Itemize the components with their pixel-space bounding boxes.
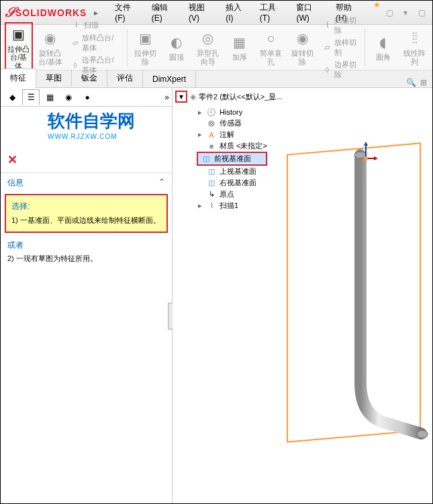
qat-open-icon[interactable]: ▾ xyxy=(399,6,413,19)
extrude-boss-button[interactable]: ▣ 拉伸凸台/基体 xyxy=(5,22,33,72)
tree-material[interactable]: ≡材质 <未指定> xyxy=(197,140,267,152)
solidworks-icon: 𝒮 xyxy=(5,5,14,20)
panel-tab-5[interactable]: ● xyxy=(79,89,96,105)
linear-pattern-button[interactable]: ⦙⦙ 线性阵列 xyxy=(401,28,428,66)
sweep-cut-icon: ⌇ xyxy=(323,20,332,31)
titlebar: 𝒮 SOLIDWORKS ▸ 文件(F) 编辑(E) 视图(V) 插入(I) 工… xyxy=(1,1,432,25)
menu-tools[interactable]: 工具(T) xyxy=(257,0,289,25)
alt-text: 2) 一现有草图为特征所用。 xyxy=(7,254,165,264)
boundary-cut-icon: ◊ xyxy=(323,64,332,75)
loft-button[interactable]: ▱放样凸台/基体 xyxy=(68,32,122,54)
panel-tabs: ◆ ☰ ▦ ◉ ● » xyxy=(1,88,172,107)
svg-marker-5 xyxy=(374,156,378,160)
plane-icon: ◫ xyxy=(201,154,211,164)
fillet-button[interactable]: ◐ 圆顶 xyxy=(163,32,191,62)
info-header[interactable]: 信息 ⌃ xyxy=(1,172,172,193)
panel-tab-4[interactable]: ◉ xyxy=(60,89,77,105)
close-button[interactable]: ✕ xyxy=(1,147,172,172)
separator xyxy=(127,29,128,66)
pipe-model[interactable] xyxy=(273,128,433,450)
svg-point-6 xyxy=(364,156,368,160)
menu-edit[interactable]: 编辑(E) xyxy=(149,0,181,25)
part-icon: ◈ xyxy=(190,92,196,101)
qat-more-icon[interactable]: ▢ xyxy=(415,6,428,19)
star-icon[interactable]: ★ xyxy=(373,0,381,25)
cut-extrude-button[interactable]: ▣ 拉伸切除 xyxy=(132,28,159,66)
expand-icon[interactable]: ⊞ xyxy=(420,78,427,87)
pattern-icon: ⦙⦙ xyxy=(405,29,424,48)
revolve-icon: ◉ xyxy=(41,29,60,48)
viewport-toolbar: ▾ ◈ 零件2 (默认<<默认>_显... xyxy=(175,91,282,103)
panel-tab-2[interactable]: ☰ xyxy=(22,89,40,105)
simple-hole-icon: ○ xyxy=(262,29,281,48)
tree-origin[interactable]: ↳原点 xyxy=(197,189,267,200)
panel-tab-3[interactable]: ▦ xyxy=(41,89,58,105)
plane-icon: ◫ xyxy=(206,167,217,177)
menu-insert[interactable]: 插入(I) xyxy=(223,0,252,25)
separator xyxy=(365,29,365,66)
tree-annotations[interactable]: ▸A注解 xyxy=(197,129,267,140)
sweep-feature-icon: ⌇ xyxy=(206,201,217,211)
sweep-icon: ⌇ xyxy=(70,20,81,31)
cut-extrude-icon: ▣ xyxy=(136,29,154,48)
loft-cut-button[interactable]: ▱放样切割 xyxy=(320,37,360,58)
tab-feature[interactable]: 特征 xyxy=(1,68,36,88)
sweep-button[interactable]: ⌇扫描 xyxy=(68,19,122,32)
menu-view[interactable]: 视图(V) xyxy=(186,0,218,25)
axis-indicator xyxy=(359,142,379,162)
origin-icon: ↳ xyxy=(206,190,217,199)
ribbon-stack-1: ⌇扫描 ▱放样凸台/基体 ◊边界凸台/基体 xyxy=(68,19,122,76)
qat-new-icon[interactable]: ▢ xyxy=(383,6,397,19)
sweep-cut-button[interactable]: ⌇扫描切除 xyxy=(320,15,360,36)
tree-right-plane[interactable]: ◫右视基准面 xyxy=(197,177,267,189)
tree-top-plane[interactable]: ◫上视基准面 xyxy=(197,166,267,177)
feature-tabs: 特征 草图 钣金 评估 DimXpert 🔍 ⊞ xyxy=(1,70,432,88)
panel-expand-icon[interactable]: » xyxy=(164,93,169,102)
tree-sweep1[interactable]: ▸⌇扫描1 xyxy=(197,200,267,211)
history-icon: 🕘 xyxy=(206,107,217,117)
content-area: ◆ ☰ ▦ ◉ ● » 软件自学网 WWW.RJZXW.COM ✕ 信息 ⌃ 选… xyxy=(1,88,432,503)
tab-evaluate[interactable]: 评估 xyxy=(107,69,143,87)
tab-sketch[interactable]: 草图 xyxy=(36,69,72,87)
search-icon[interactable]: 🔍 xyxy=(406,78,416,87)
loft-cut-icon: ▱ xyxy=(323,42,332,53)
sensor-icon: ◎ xyxy=(206,119,217,128)
feature-tree: ▸🕘History ◎传感器 ▸A注解 ≡材质 <未指定> ◫前视基准面 ◫上视… xyxy=(191,107,267,211)
part-title[interactable]: 零件2 (默认<<默认>_显... xyxy=(199,92,282,102)
revolve-boss-button[interactable]: ◉ 旋转凸台/基体 xyxy=(37,28,64,66)
left-panel: ◆ ☰ ▦ ◉ ● » 软件自学网 WWW.RJZXW.COM ✕ 信息 ⌃ 选… xyxy=(1,88,173,503)
or-label: 或者 xyxy=(7,240,165,251)
tree-history[interactable]: ▸🕘History xyxy=(197,107,267,117)
dropdown-icon[interactable]: ▸ xyxy=(89,6,103,19)
boundary-cut-button[interactable]: ◊边界切除 xyxy=(320,59,360,81)
ribbon: ▣ 拉伸凸台/基体 ◉ 旋转凸台/基体 ⌇扫描 ▱放样凸台/基体 ◊边界凸台/基… xyxy=(1,25,432,70)
ribbon-stack-2: ⌇扫描切除 ▱放样切割 ◊边界切除 xyxy=(320,15,360,81)
app-name: SOLIDWORKS xyxy=(15,7,87,18)
dome-icon: ◐ xyxy=(167,33,186,52)
hole-wizard-button[interactable]: ◎ 异型孔向导 xyxy=(194,28,222,66)
revolve-cut-button[interactable]: ◉ 旋转切除 xyxy=(289,28,316,66)
round-icon: ◖ xyxy=(374,33,393,52)
revolve-cut-icon: ◉ xyxy=(293,29,312,48)
thicken-button[interactable]: ▦ 加厚 xyxy=(226,32,253,62)
tree-sensors[interactable]: ◎传感器 xyxy=(197,117,267,129)
hole-icon: ◎ xyxy=(199,29,218,48)
extrude-icon: ▣ xyxy=(9,25,28,44)
svg-point-1 xyxy=(417,430,428,438)
panel-tab-1[interactable]: ◆ xyxy=(3,89,21,105)
tab-sheetmetal[interactable]: 钣金 xyxy=(72,69,107,87)
round-button[interactable]: ◖ 圆角 xyxy=(369,32,397,62)
viewport-dropdown[interactable]: ▾ xyxy=(175,91,187,103)
simple-hole-button[interactable]: ○ 简单直孔 xyxy=(257,28,285,66)
select-text: 1) 一基准面、平面或边线来绘制特征横断面。 xyxy=(11,215,161,226)
chevron-up-icon[interactable]: ⌃ xyxy=(158,177,165,189)
plane-icon: ◫ xyxy=(206,179,217,188)
tabs-right: 🔍 ⊞ xyxy=(406,78,432,87)
tree-front-plane[interactable]: ◫前视基准面 xyxy=(197,152,267,166)
loft-icon: ▱ xyxy=(70,38,79,48)
viewport[interactable]: ▾ ◈ 零件2 (默认<<默认>_显... ▸🕘History ◎传感器 ▸A注… xyxy=(173,88,432,503)
thicken-icon: ▦ xyxy=(230,33,249,52)
tab-dimxpert[interactable]: DimXpert xyxy=(143,71,196,87)
annotation-icon: A xyxy=(206,130,217,140)
material-icon: ≡ xyxy=(206,142,217,151)
